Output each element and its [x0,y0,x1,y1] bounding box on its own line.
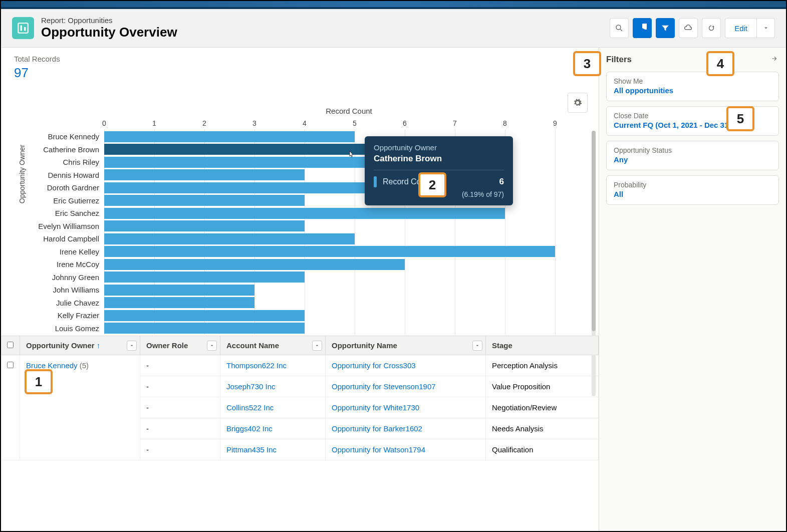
table-header-row: Opportunity Owner↑ Owner Role Account Na… [1,336,599,355]
bar-row[interactable]: Irene Kelley [22,245,594,258]
cell-opportunity[interactable]: Opportunity for Watson1794 [326,439,486,460]
filter-value: All [614,190,771,198]
bar[interactable] [104,323,305,334]
bar[interactable] [104,195,305,206]
bar-label: Johnny Green [22,273,104,282]
filter-card[interactable]: Opportunity StatusAny [606,141,779,170]
cell-account[interactable]: Joseph730 Inc [220,376,326,397]
toggle-filters-button[interactable] [656,18,675,38]
col-owner-role[interactable]: Owner Role [140,336,220,355]
bar-label: Louis Gomez [22,324,104,333]
filter-value: All opportunities [614,86,771,95]
callout-3: 3 [573,51,601,76]
bar[interactable] [104,259,405,270]
filter-label: Probability [614,181,771,189]
cell-owner-role: - [140,355,220,376]
cell-stage: Needs Analysis [486,418,599,439]
bar-row[interactable]: Eric Sanchez [22,207,594,220]
edit-dropdown[interactable] [757,18,775,38]
gear-icon [573,98,582,107]
col-menu[interactable] [312,341,322,351]
svg-line-4 [620,29,622,31]
filter-card[interactable]: ProbabilityAll [606,175,779,205]
col-opportunity-name[interactable]: Opportunity Name [326,336,486,355]
bar[interactable] [104,131,355,142]
total-records-label: Total Records [14,55,586,63]
cell-account[interactable]: Thompson622 Inc [220,355,326,376]
bar-label: Bruce Kennedy [22,132,104,141]
report-icon [12,17,34,39]
bar[interactable] [104,169,305,180]
total-records: Total Records 97 [1,48,599,90]
col-menu[interactable] [472,341,482,351]
filter-label: Show Me [614,77,771,85]
toggle-chart-button[interactable] [633,18,652,38]
bar-row[interactable]: Evelyn Williamson [22,220,594,233]
bar[interactable] [104,272,305,283]
chart-x-title: Record Count [104,107,594,115]
bar[interactable] [104,297,254,308]
bar-row[interactable]: Irene McCoy [22,258,594,271]
chart-settings-button[interactable] [568,93,588,113]
bar-label: Evelyn Williamson [22,222,104,230]
filter-value: Any [614,155,771,164]
svg-rect-0 [18,23,28,33]
sort-asc-icon: ↑ [97,341,101,350]
filter-card[interactable]: Show MeAll opportunities [606,72,779,101]
bar[interactable] [104,208,505,219]
bar-row[interactable]: John Williams [22,284,594,297]
tooltip-color-chip [374,176,377,187]
page-header: Report: Opportunities Opportunity Overvi… [1,9,786,48]
bar[interactable] [104,285,254,296]
bar[interactable] [104,144,405,155]
table-row: Bruce Kennedy (5)-Thompson622 IncOpportu… [1,355,599,376]
row-checkbox[interactable] [1,355,20,460]
caret-down-icon [763,25,769,31]
collapse-filters-button[interactable] [770,55,779,65]
col-stage[interactable]: Stage [486,336,599,355]
chart-x-axis: 0123456789 [104,119,594,130]
collaborate-button[interactable] [679,18,698,38]
cell-opportunity[interactable]: Opportunity for White1730 [326,397,486,418]
cell-account[interactable]: Collins522 Inc [220,397,326,418]
bar-row[interactable]: Louis Gomez [22,322,594,335]
bar[interactable] [104,246,555,257]
bar-label: Eric Sanchez [22,209,104,217]
bar-label: Harold Campbell [22,234,104,243]
cell-opportunity[interactable]: Opportunity for Cross303 [326,355,486,376]
bar-label: Irene McCoy [22,260,104,269]
col-menu[interactable] [207,341,217,351]
bar[interactable] [104,233,355,244]
bar-row[interactable]: Julie Chavez [22,297,594,310]
bar-label: Doroth Gardner [22,183,104,192]
cell-opportunity[interactable]: Opportunity for Barker1602 [326,418,486,439]
select-all-checkbox[interactable] [1,336,20,355]
bar[interactable] [104,310,305,321]
refresh-button[interactable] [702,18,721,38]
col-account-name[interactable]: Account Name [220,336,326,355]
search-icon [615,24,624,33]
tooltip-metric-value: 6 [499,177,504,187]
cell-stage: Negotiation/Review [486,397,599,418]
refresh-icon [707,24,716,33]
cell-account[interactable]: Briggs402 Inc [220,418,326,439]
edit-button[interactable]: Edit [725,18,757,38]
col-opportunity-owner[interactable]: Opportunity Owner↑ [20,336,140,355]
bar-row[interactable]: Johnny Green [22,271,594,284]
bar-row[interactable]: Kelly Frazier [22,309,594,322]
bar-row[interactable]: Harold Campbell [22,232,594,245]
cell-opportunity[interactable]: Opportunity for Stevenson1907 [326,376,486,397]
bar[interactable] [104,220,305,231]
tooltip-name: Catherine Brown [374,154,504,170]
bar-label: Chris Riley [22,158,104,166]
col-menu[interactable] [127,341,137,351]
cell-account[interactable]: Pittman435 Inc [220,439,326,460]
arrow-right-icon [770,55,779,62]
search-button[interactable] [610,18,629,38]
cell-owner-role: - [140,376,220,397]
x-tick: 1 [152,119,156,127]
x-tick: 6 [403,119,407,127]
callout-1: 1 [25,369,53,394]
tooltip-eyebrow: Opportunity Owner [374,143,504,152]
funnel-icon [661,24,670,33]
